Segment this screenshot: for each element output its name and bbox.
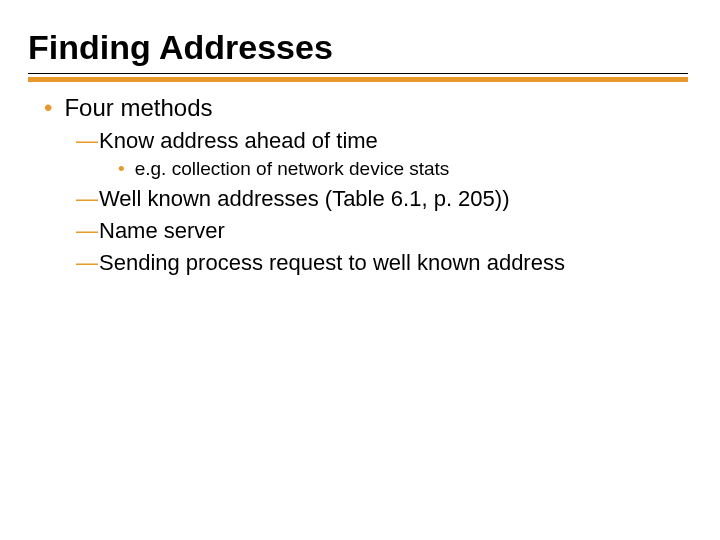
bullet-level2: — Well known addresses (Table 6.1, p. 20… [76, 186, 688, 212]
bullet-level1: • Four methods [38, 94, 688, 122]
slide: Finding Addresses • Four methods — Know … [0, 0, 720, 540]
dash-icon: — [76, 128, 98, 154]
bullet-icon: • [44, 96, 52, 120]
dash-icon: — [76, 250, 98, 276]
bullet-text: Well known addresses (Table 6.1, p. 205)… [99, 186, 509, 212]
bullet-level2: — Know address ahead of time [76, 128, 688, 154]
slide-content: • Four methods — Know address ahead of t… [32, 92, 688, 276]
bullet-level2: — Sending process request to well known … [76, 250, 688, 276]
dash-icon: — [76, 218, 98, 244]
bullet-text: Sending process request to well known ad… [99, 250, 565, 276]
rule-thin [28, 73, 688, 74]
bullet-text: Name server [99, 218, 225, 244]
bullet-text: Know address ahead of time [99, 128, 378, 154]
title-underline [32, 73, 688, 82]
slide-title: Finding Addresses [28, 28, 688, 71]
bullet-text: e.g. collection of network device stats [135, 158, 450, 180]
bullet-text: Four methods [64, 94, 212, 122]
dash-icon: — [76, 186, 98, 212]
bullet-level3: • e.g. collection of network device stat… [118, 158, 688, 180]
rule-thick [28, 77, 688, 82]
bullet-icon: • [118, 158, 125, 180]
bullet-level2: — Name server [76, 218, 688, 244]
